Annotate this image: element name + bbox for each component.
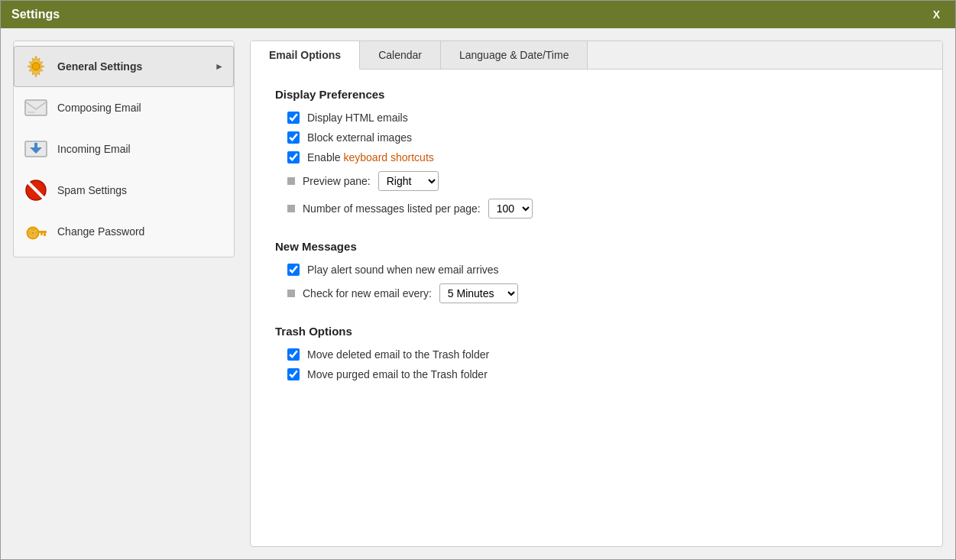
svg-rect-2 — [25, 100, 47, 115]
sidebar: General Settings ► Composing Email — [13, 40, 235, 257]
sidebar-item-incoming-email[interactable]: Incoming Email — [14, 128, 234, 170]
svg-rect-13 — [41, 233, 43, 235]
sidebar-label-general: General Settings — [57, 60, 142, 73]
settings-window: Settings X General Settings ► — [0, 0, 956, 560]
option-messages-per-page: Number of messages listed per page: 25 5… — [275, 199, 918, 218]
window-title: Settings — [11, 8, 60, 21]
block-images-label: Block external images — [307, 131, 412, 144]
svg-rect-11 — [37, 231, 47, 233]
incoming-icon — [24, 137, 48, 161]
display-preferences-title: Display Preferences — [275, 88, 918, 101]
html-emails-checkbox[interactable] — [287, 112, 300, 124]
preview-pane-label: Preview pane: — [303, 175, 371, 187]
tab-language-date[interactable]: Language & Date/Time — [441, 41, 588, 69]
bullet-icon-2 — [287, 205, 295, 212]
svg-rect-12 — [44, 233, 46, 236]
move-purged-checkbox[interactable] — [287, 368, 300, 380]
tab-calendar[interactable]: Calendar — [360, 41, 441, 69]
option-block-images: Block external images — [275, 131, 918, 144]
bullet-icon-3 — [287, 290, 295, 297]
check-email-label: Check for new email every: — [303, 287, 432, 299]
sidebar-item-general-settings[interactable]: General Settings ► — [14, 46, 234, 87]
option-move-purged: Move purged email to the Trash folder — [275, 368, 918, 380]
svg-point-14 — [31, 231, 35, 235]
panel-content: Display Preferences Display HTML emails … — [251, 70, 942, 546]
tab-email-options[interactable]: Email Options — [251, 41, 360, 70]
main-panel: Email Options Calendar Language & Date/T… — [250, 40, 943, 547]
svg-point-1 — [32, 63, 40, 70]
display-preferences-section: Display Preferences Display HTML emails … — [275, 88, 918, 218]
sidebar-item-spam-settings[interactable]: Spam Settings — [14, 170, 234, 211]
keyboard-shortcuts-link[interactable]: keyboard shortcuts — [343, 151, 433, 163]
html-emails-label: Display HTML emails — [307, 112, 408, 124]
move-purged-label: Move purged email to the Trash folder — [307, 368, 488, 380]
messages-per-page-label: Number of messages listed per page: — [303, 202, 481, 215]
gear-icon — [24, 54, 48, 79]
option-preview-pane: Preview pane: Right Bottom Off — [275, 171, 918, 191]
close-button[interactable]: X — [928, 7, 945, 22]
sidebar-label-composing: Composing Email — [57, 102, 141, 114]
keyboard-shortcuts-label: Enable keyboard shortcuts — [307, 151, 434, 163]
new-messages-section: New Messages Play alert sound when new e… — [275, 240, 918, 303]
bullet-icon — [287, 177, 295, 185]
alert-sound-checkbox[interactable] — [287, 264, 300, 276]
spam-icon — [24, 178, 48, 202]
move-deleted-checkbox[interactable] — [287, 348, 300, 361]
content-area: General Settings ► Composing Email — [1, 28, 955, 559]
preview-pane-select[interactable]: Right Bottom Off — [378, 171, 439, 191]
compose-icon — [24, 95, 48, 120]
key-icon — [24, 219, 48, 244]
svg-rect-6 — [34, 143, 37, 149]
option-html-emails: Display HTML emails — [275, 112, 918, 124]
sidebar-label-spam: Spam Settings — [57, 184, 127, 196]
sidebar-label-password: Change Password — [57, 225, 144, 238]
tabs-bar: Email Options Calendar Language & Date/T… — [251, 41, 942, 70]
new-messages-title: New Messages — [275, 240, 918, 253]
sidebar-item-composing-email[interactable]: Composing Email — [14, 87, 234, 128]
block-images-checkbox[interactable] — [287, 131, 300, 144]
messages-per-page-select[interactable]: 25 50 100 200 — [488, 199, 533, 218]
trash-options-section: Trash Options Move deleted email to the … — [275, 325, 918, 380]
move-deleted-label: Move deleted email to the Trash folder — [307, 348, 489, 361]
trash-options-title: Trash Options — [275, 325, 918, 338]
sidebar-label-incoming: Incoming Email — [57, 143, 131, 155]
arrow-icon: ► — [215, 61, 224, 72]
option-move-deleted: Move deleted email to the Trash folder — [275, 348, 918, 361]
sidebar-item-change-password[interactable]: Change Password — [14, 211, 234, 252]
titlebar: Settings X — [1, 1, 955, 28]
option-alert-sound: Play alert sound when new email arrives — [275, 264, 918, 276]
keyboard-shortcuts-checkbox[interactable] — [287, 151, 300, 163]
alert-sound-label: Play alert sound when new email arrives — [307, 264, 499, 276]
option-keyboard-shortcuts: Enable keyboard shortcuts — [275, 151, 918, 163]
option-check-email: Check for new email every: 1 Minute 5 Mi… — [275, 283, 918, 303]
check-email-select[interactable]: 1 Minute 5 Minutes 10 Minutes 15 Minutes… — [439, 283, 518, 303]
